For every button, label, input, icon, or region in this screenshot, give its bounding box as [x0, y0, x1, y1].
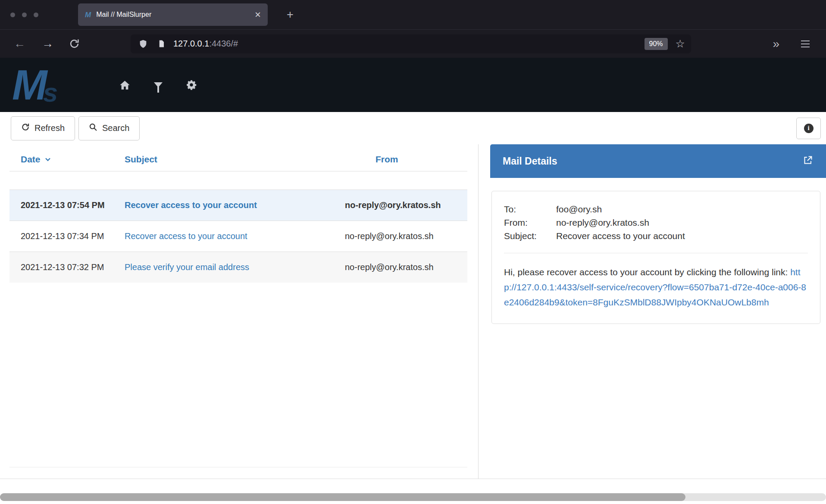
window-control-dot[interactable]	[10, 12, 15, 17]
mail-from: no-reply@ory.kratos.sh	[345, 230, 467, 243]
column-header-subject: Subject	[125, 154, 345, 165]
mail-row[interactable]: 2021-12-13 07:54 PM Recover access to yo…	[9, 190, 467, 221]
app-header: M s	[0, 58, 826, 112]
bookmark-star-icon[interactable]: ☆	[676, 38, 685, 49]
page-info-icon[interactable]	[157, 39, 166, 48]
mail-subject-link[interactable]: Please verify your email address	[125, 261, 345, 274]
mail-row[interactable]: 2021-12-13 07:34 PM Recover access to yo…	[9, 221, 467, 252]
mail-date: 2021-12-13 07:32 PM	[9, 261, 125, 274]
app-toolbar: Refresh Search i	[0, 112, 826, 144]
zoom-level-badge[interactable]: 90%	[645, 38, 668, 50]
logo-letter-s: s	[43, 79, 58, 106]
overflow-menu-icon[interactable]: »	[773, 38, 779, 50]
window-control-dot[interactable]	[22, 12, 27, 17]
url-bar[interactable]: 127.0.0.1:4436/# 90% ☆	[131, 34, 691, 53]
mail-details-panel: Mail Details To: foo@ory.sh From: no-rep…	[479, 144, 826, 479]
main-content: Date Subject From 2021-12-13 07:54 PM Re…	[0, 144, 826, 479]
column-header-date[interactable]: Date	[9, 154, 125, 165]
tab-favicon-icon: M	[85, 11, 91, 19]
mail-from: no-reply@ory.kratos.sh	[345, 199, 467, 212]
date-header-label: Date	[21, 154, 41, 165]
mail-body-text: Hi, please recover access to your accoun…	[504, 267, 790, 277]
mail-date: 2021-12-13 07:34 PM	[9, 230, 125, 243]
mail-details-title: Mail Details	[503, 156, 803, 167]
subject-label: Subject:	[504, 229, 556, 243]
refresh-button[interactable]: Refresh	[11, 116, 75, 140]
menu-hamburger-icon[interactable]	[801, 40, 810, 47]
subject-value: Recover access to your account	[556, 229, 685, 243]
mail-details-card: To: foo@ory.sh From: no-reply@ory.kratos…	[491, 191, 820, 324]
tab-strip: M Mail // MailSlurper × +	[0, 0, 826, 29]
horizontal-scrollbar-track[interactable]	[0, 493, 826, 501]
mail-list-header: Date Subject From	[9, 148, 467, 171]
column-header-from: From	[345, 154, 467, 165]
sort-chevron-down-icon	[44, 156, 51, 163]
to-label: To:	[504, 202, 556, 216]
reload-button[interactable]	[69, 38, 80, 49]
new-tab-button[interactable]: +	[287, 9, 294, 21]
forward-button[interactable]: →	[42, 38, 53, 50]
browser-tab[interactable]: M Mail // MailSlurper ×	[78, 3, 268, 26]
refresh-icon	[21, 123, 30, 134]
horizontal-scrollbar-thumb[interactable]	[0, 493, 685, 501]
url-path: :4436/#	[209, 39, 238, 48]
page-footer	[0, 479, 826, 504]
window-controls	[0, 12, 38, 17]
mail-list-panel: Date Subject From 2021-12-13 07:54 PM Re…	[0, 144, 479, 479]
browser-navbar: ← → 127.0.0.1:4436/# 90% ☆ »	[0, 29, 826, 58]
logo-letter-m: M	[12, 64, 45, 106]
search-button[interactable]: Search	[78, 116, 140, 140]
detail-to-row: To: foo@ory.sh	[504, 202, 808, 216]
filter-icon[interactable]	[154, 82, 163, 87]
tab-title: Mail // MailSlurper	[96, 11, 250, 19]
from-label: From:	[504, 216, 556, 229]
search-icon	[89, 123, 97, 134]
shield-icon[interactable]	[138, 39, 148, 49]
mail-from: no-reply@ory.kratos.sh	[345, 261, 467, 274]
url-text: 127.0.0.1:4436/#	[173, 39, 238, 49]
from-value: no-reply@ory.kratos.sh	[556, 216, 649, 229]
detail-from-row: From: no-reply@ory.kratos.sh	[504, 216, 808, 229]
url-host: 127.0.0.1	[173, 39, 209, 48]
back-button[interactable]: ←	[14, 38, 25, 50]
external-link-icon[interactable]	[803, 155, 813, 167]
browser-window: M Mail // MailSlurper × + ← → 127.0.0.1:…	[0, 0, 826, 504]
mail-details-header: Mail Details	[490, 144, 826, 178]
mail-date: 2021-12-13 07:54 PM	[9, 199, 125, 212]
settings-gear-icon[interactable]	[186, 79, 197, 90]
mail-subject-link[interactable]: Recover access to your account	[125, 230, 345, 243]
mailslurper-logo: M s	[0, 64, 91, 106]
home-icon[interactable]	[119, 79, 131, 91]
refresh-label: Refresh	[34, 123, 65, 133]
card-divider	[504, 253, 808, 253]
mail-body: Hi, please recover access to your accoun…	[504, 264, 808, 310]
mail-row[interactable]: 2021-12-13 07:32 PM Please verify your e…	[9, 252, 467, 283]
info-button[interactable]: i	[796, 118, 821, 139]
detail-subject-row: Subject: Recover access to your account	[504, 229, 808, 243]
info-icon: i	[804, 124, 813, 133]
tab-close-icon[interactable]: ×	[255, 9, 261, 20]
search-label: Search	[102, 123, 129, 133]
window-control-dot[interactable]	[34, 12, 38, 17]
mail-subject-link[interactable]: Recover access to your account	[125, 199, 345, 212]
to-value: foo@ory.sh	[556, 202, 602, 216]
